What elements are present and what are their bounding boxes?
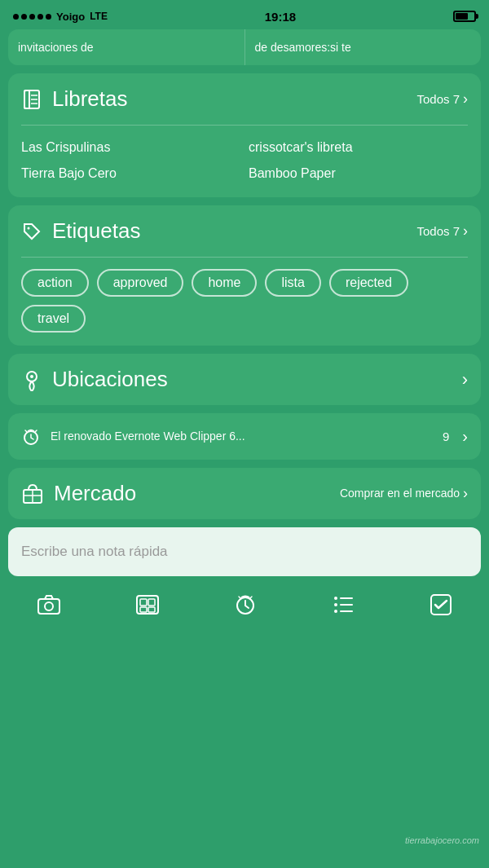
tag-lista[interactable]: lista bbox=[265, 269, 320, 297]
mercado-card[interactable]: Mercado Comprar en el mercado › bbox=[8, 468, 481, 519]
libretas-title: Libretas bbox=[52, 86, 407, 112]
tag-travel[interactable]: travel bbox=[21, 305, 86, 333]
svg-rect-19 bbox=[140, 607, 147, 612]
list-button[interactable] bbox=[331, 594, 355, 615]
watermark: tierrabajocero.com bbox=[405, 835, 479, 845]
etiquetas-all-label[interactable]: Todos 7 › bbox=[416, 223, 468, 240]
quick-note-placeholder[interactable]: Escribe una nota rápida bbox=[21, 544, 168, 559]
ubicaciones-row[interactable]: Ubicaciones › bbox=[8, 354, 481, 405]
network-label: LTE bbox=[90, 11, 108, 22]
top-partial-card: invitaciones de de desamores:si te bbox=[8, 29, 481, 65]
tag-home[interactable]: home bbox=[192, 269, 257, 297]
reminder-icon bbox=[21, 426, 41, 447]
top-partial-right-text[interactable]: de desamores:si te bbox=[245, 29, 482, 65]
libretas-grid: Las Crispulinas crissotcar's libreta Tie… bbox=[8, 126, 481, 197]
svg-point-28 bbox=[334, 603, 337, 606]
etiquetas-header[interactable]: Etiquetas Todos 7 › bbox=[8, 205, 481, 257]
tag-action[interactable]: action bbox=[21, 269, 89, 297]
notebook-item[interactable]: Tierra Bajo Cero bbox=[21, 163, 240, 184]
checkbox-button[interactable] bbox=[430, 593, 452, 616]
reminder-button[interactable] bbox=[233, 593, 258, 617]
svg-line-22 bbox=[239, 597, 240, 598]
svg-point-7 bbox=[30, 375, 33, 378]
svg-line-9 bbox=[25, 430, 27, 432]
svg-point-29 bbox=[334, 610, 337, 613]
reminder-text: El renovado Evernote Web Clipper 6... bbox=[51, 430, 433, 443]
tag-rejected[interactable]: rejected bbox=[329, 269, 408, 297]
ubicaciones-card[interactable]: Ubicaciones › bbox=[8, 354, 481, 405]
reminder-card[interactable]: El renovado Evernote Web Clipper 6... 9 … bbox=[8, 413, 481, 460]
battery-icon bbox=[453, 11, 476, 22]
bottom-toolbar bbox=[0, 584, 489, 633]
etiquetas-title: Etiquetas bbox=[52, 218, 407, 244]
mercado-title: Mercado bbox=[54, 481, 330, 506]
etiquetas-icon bbox=[21, 220, 42, 242]
carrier-label: Yoigo bbox=[56, 11, 85, 23]
gallery-button[interactable] bbox=[135, 594, 160, 615]
svg-line-10 bbox=[35, 430, 37, 432]
top-partial-left-text[interactable]: invitaciones de bbox=[8, 29, 245, 65]
status-left: Yoigo LTE bbox=[13, 11, 108, 23]
reminder-badge: 9 bbox=[443, 430, 449, 443]
notebook-item[interactable]: crissotcar's libreta bbox=[249, 137, 468, 158]
ubicaciones-title: Ubicaciones bbox=[52, 367, 452, 392]
svg-line-23 bbox=[250, 597, 252, 598]
svg-rect-1 bbox=[24, 90, 29, 108]
status-bar: Yoigo LTE 19:18 bbox=[0, 0, 489, 29]
tags-container: action approved home lista rejected trav… bbox=[8, 258, 481, 346]
libretas-chevron-icon: › bbox=[463, 90, 468, 108]
notebook-item[interactable]: Las Crispulinas bbox=[21, 137, 240, 158]
scroll-content: invitaciones de de desamores:si te Libre… bbox=[0, 29, 489, 641]
libretas-header[interactable]: Libretas Todos 7 › bbox=[8, 73, 481, 125]
mercado-action-label[interactable]: Comprar en el mercado › bbox=[340, 485, 468, 502]
libretas-icon bbox=[21, 88, 42, 110]
svg-point-27 bbox=[334, 597, 337, 600]
ubicaciones-icon bbox=[21, 368, 42, 390]
libretas-all-label[interactable]: Todos 7 › bbox=[416, 90, 468, 108]
mercado-chevron-icon: › bbox=[463, 485, 468, 502]
mercado-icon bbox=[21, 482, 44, 504]
svg-point-5 bbox=[28, 227, 30, 230]
mercado-row[interactable]: Mercado Comprar en el mercado › bbox=[8, 468, 481, 519]
status-time: 19:18 bbox=[265, 10, 296, 24]
status-right bbox=[453, 11, 476, 22]
reminder-row[interactable]: El renovado Evernote Web Clipper 6... 9 … bbox=[8, 413, 481, 460]
tag-approved[interactable]: approved bbox=[97, 269, 184, 297]
svg-rect-20 bbox=[148, 607, 155, 612]
svg-rect-17 bbox=[140, 599, 147, 606]
notebook-item[interactable]: Bamboo Paper bbox=[249, 163, 468, 184]
ubicaciones-chevron-icon: › bbox=[462, 369, 468, 390]
libretas-card: Libretas Todos 7 › Las Crispulinas criss… bbox=[8, 73, 481, 197]
svg-point-15 bbox=[45, 602, 53, 610]
etiquetas-chevron-icon: › bbox=[463, 223, 468, 240]
etiquetas-card: Etiquetas Todos 7 › action approved home… bbox=[8, 205, 481, 346]
svg-rect-14 bbox=[38, 599, 59, 614]
reminder-chevron-icon: › bbox=[462, 427, 468, 446]
signal-dots bbox=[13, 14, 51, 20]
camera-button[interactable] bbox=[37, 594, 61, 615]
svg-rect-18 bbox=[148, 599, 155, 606]
quick-note-area[interactable]: Escribe una nota rápida bbox=[8, 527, 481, 576]
